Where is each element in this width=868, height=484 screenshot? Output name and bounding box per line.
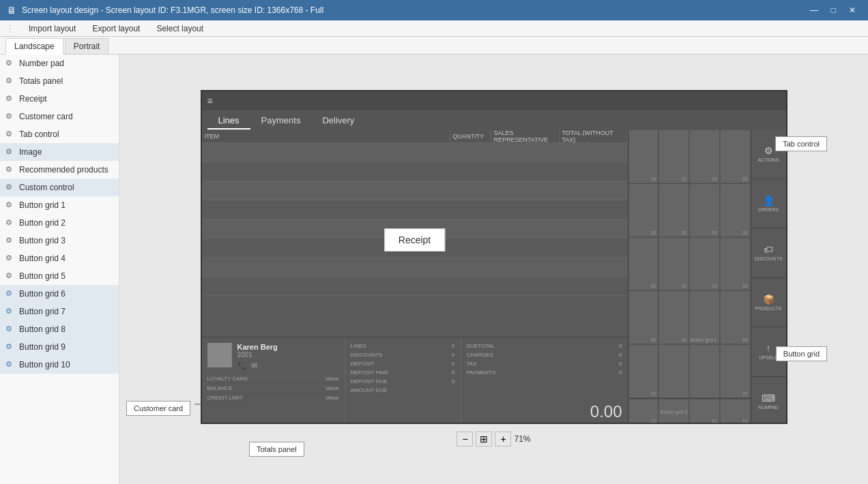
payments-value: 0 [619, 369, 622, 376]
action-btn-numpad[interactable]: ⌨ NUMPAD [751, 377, 786, 425]
loyalty-value: Value [326, 376, 339, 382]
balance-value: Value [326, 385, 339, 391]
sidebar-item-button-grid-7[interactable]: ⚙ Button grid 7 [0, 303, 119, 320]
grid-cell-button-grid1[interactable]: Button grid 1 [689, 290, 720, 344]
totals-row-discounts: DISCOUNTS 0 [351, 350, 455, 359]
grid-cell[interactable]: 33 [720, 237, 751, 291]
receipt-row [202, 277, 628, 296]
grid-cell[interactable]: 11 [628, 399, 659, 424]
sidebar-item-customer-card[interactable]: ⚙ Customer card [0, 108, 119, 125]
sidebar-item-label: Button grid 1 [19, 200, 113, 210]
grid-cell[interactable]: 33 [689, 237, 720, 291]
sidebar-item-button-grid-9[interactable]: ⚙ Button grid 9 [0, 338, 119, 356]
amount-due-label: AMOUNT DUE [351, 387, 388, 393]
grid-cell[interactable]: 33 [720, 130, 751, 183]
gear-icon: ⚙ [5, 200, 15, 210]
sidebar-item-button-grid-8[interactable]: ⚙ Button grid 8 [0, 320, 119, 338]
lines-label: LINES [351, 343, 366, 349]
sidebar-item-label: Button grid 4 [19, 254, 113, 263]
sidebar-item-button-grid-1[interactable]: ⚙ Button grid 1 [0, 196, 119, 214]
actions-panel: ⚙ ACTIONS 👤 ORDERS 🏷 DISCOUNTS 📦 [751, 130, 786, 424]
gear-icon: ⚙ [5, 76, 15, 86]
gear-icon: ⚙ [5, 59, 15, 68]
subtotal-label: SUBTOTAL [467, 343, 495, 349]
sidebar-item-label: Customer card [19, 112, 113, 121]
action-btn-orders[interactable]: 👤 ORDERS [751, 179, 786, 229]
grid-cell[interactable]: 11 [720, 399, 751, 424]
preview-tab-delivery[interactable]: Delivery [311, 112, 365, 130]
totals-right-panel: SUBTOTAL 0 CHARGES 0 TAX 0 [461, 337, 628, 424]
payments-label: PAYMENTS [467, 369, 496, 376]
sidebar-item-number-pad[interactable]: ⚙ Number pad [0, 55, 119, 72]
minimize-button[interactable]: — [805, 1, 823, 19]
sidebar-item-receipt[interactable]: ⚙ Receipt [0, 90, 119, 108]
grid-cell[interactable]: 33 [628, 290, 659, 344]
amount-due-value: 0.00 [590, 402, 622, 421]
sidebar-item-recommended-products[interactable]: ⚙ Recommended products [0, 161, 119, 179]
grid-cell[interactable]: 22 [628, 344, 659, 398]
sidebar-item-image[interactable]: ⚙ Image [0, 143, 119, 161]
balance-label: BALANCE [207, 385, 233, 391]
sidebar-item-custom-control[interactable]: ⚙ Custom control [0, 179, 119, 196]
close-button[interactable]: ✕ [843, 1, 861, 19]
tab-portrait[interactable]: Portrait [65, 38, 109, 54]
grid-cell[interactable] [689, 344, 720, 398]
grid-cell[interactable] [659, 344, 689, 398]
action-btn-products[interactable]: 📦 PRODUCTS [751, 278, 786, 328]
grid-cell[interactable]: 33 [720, 183, 751, 237]
screen-preview: ≡ Lines Payments Delivery ITEM QUANTITY … [201, 90, 787, 424]
tab-landscape[interactable]: Landscape [5, 38, 63, 55]
title-bar: 🖥 Screen layout design - Screen layout I… [0, 0, 868, 20]
grid-cell[interactable]: 33 [689, 183, 720, 237]
grid-cell[interactable]: 11 [689, 399, 720, 424]
sidebar-item-button-grid-2[interactable]: ⚙ Button grid 2 [0, 214, 119, 232]
col-item-header: ITEM [202, 130, 450, 142]
sidebar-item-tab-control[interactable]: ⚙ Tab control [0, 125, 119, 143]
sidebar-item-button-grid-3[interactable]: ⚙ Button grid 3 [0, 232, 119, 249]
grid-cell[interactable]: 33 [628, 183, 659, 237]
grid-cell-button-grid5[interactable]: Button grid 5 [659, 399, 689, 424]
preview-tab-lines[interactable]: Lines [207, 112, 250, 130]
sidebar-item-label: Button grid 2 [19, 218, 113, 228]
totals-row-subtotal: SUBTOTAL 0 [467, 342, 622, 350]
sidebar-item-button-grid-4[interactable]: ⚙ Button grid 4 [0, 249, 119, 267]
discounts-value: 0 [452, 352, 454, 358]
grid-cell[interactable]: 22 [720, 344, 751, 398]
zoom-reset-button[interactable]: ⊞ [476, 432, 492, 447]
zoom-bar: − ⊞ + 71% [457, 429, 530, 449]
grid-cell[interactable]: 33 [628, 237, 659, 291]
col-qty-header: QUANTITY [450, 130, 491, 142]
zoom-level: 71% [514, 434, 530, 444]
zoom-out-button[interactable]: − [457, 432, 473, 447]
gear-icon: ⚙ [5, 183, 15, 192]
charges-label: CHARGES [467, 352, 494, 358]
grid-cell[interactable]: 33 [659, 290, 689, 344]
sidebar-item-button-grid-6[interactable]: ⚙ Button grid 6 [0, 285, 119, 303]
zoom-in-button[interactable]: + [495, 432, 511, 447]
restore-button[interactable]: □ [824, 1, 842, 19]
sidebar-item-label: Button grid 9 [19, 342, 113, 352]
grid-cell[interactable]: 33 [689, 130, 720, 183]
sidebar-item-label: Recommended products [19, 165, 113, 175]
preview-tab-payments[interactable]: Payments [250, 112, 312, 130]
import-layout-menu[interactable]: Import layout [26, 22, 78, 35]
select-layout-menu[interactable]: Select layout [154, 22, 206, 35]
content-area: ≡ Lines Payments Delivery ITEM QUANTITY … [119, 55, 868, 484]
amount-due-display: 0.00 [467, 377, 622, 421]
export-layout-menu[interactable]: Export layout [89, 22, 143, 35]
totals-row-charges: CHARGES 0 [467, 350, 622, 359]
products-label: PRODUCTS [755, 306, 781, 311]
grid-cell[interactable]: 33 [720, 290, 751, 344]
sidebar-item-button-grid-5[interactable]: ⚙ Button grid 5 [0, 267, 119, 285]
sidebar-item-button-grid-10[interactable]: ⚙ Button grid 10 [0, 356, 119, 374]
grid-cell[interactable]: 33 [659, 130, 689, 183]
phone-icon: 📞 [237, 361, 247, 370]
action-btn-discounts[interactable]: 🏷 DISCOUNTS [751, 228, 786, 278]
button-grid-area: 33 33 33 33 33 33 33 33 33 33 [628, 130, 751, 424]
grid-cell[interactable]: 33 [659, 237, 689, 291]
grid-cell[interactable]: 33 [628, 130, 659, 183]
customer-field-loyalty: LOYALTY CARD Value [207, 374, 339, 384]
sidebar-item-totals-panel[interactable]: ⚙ Totals panel [0, 72, 119, 90]
totals-row-lines: LINES 0 [351, 342, 455, 350]
grid-cell[interactable]: 33 [659, 183, 689, 237]
